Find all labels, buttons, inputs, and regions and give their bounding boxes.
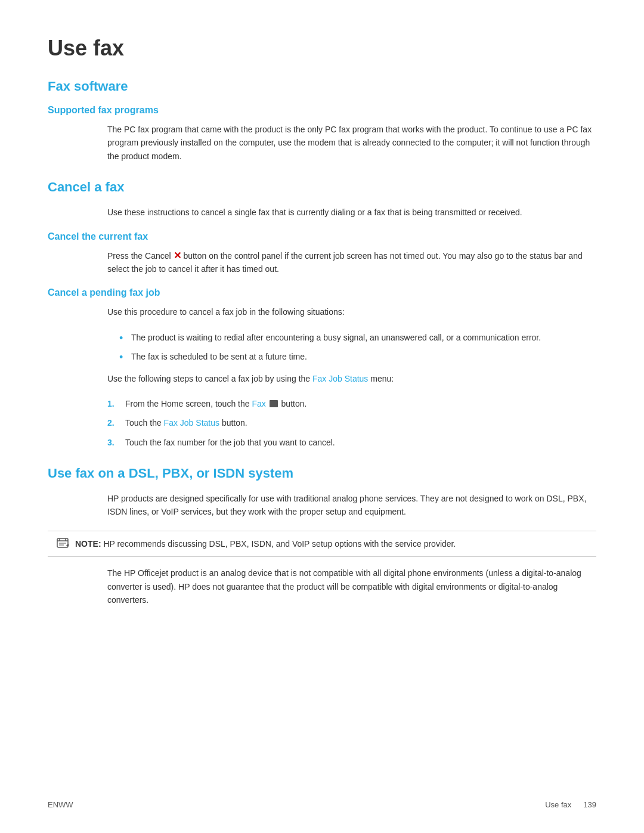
fax-link[interactable]: Fax	[252, 399, 265, 408]
page-title: Use fax	[48, 36, 596, 61]
step-3-text: Touch the fax number for the job that yo…	[125, 438, 335, 447]
step-3: 3. Touch the fax number for the job that…	[107, 436, 596, 449]
footer-left: ENWW	[48, 800, 73, 809]
dsl-pbx-intro: HP products are designed specifically fo…	[107, 492, 596, 519]
note-icon	[56, 537, 69, 550]
dsl-pbx-content2: The HP Officejet product is an analog de…	[107, 566, 596, 606]
page-footer: ENWW Use fax 139	[48, 800, 596, 809]
step-2-text-before: Touch the	[125, 418, 164, 428]
footer-section-label: Use fax	[545, 800, 571, 809]
step-1: 1. From the Home screen, touch the Fax b…	[107, 397, 596, 410]
step-1-text-before: From the Home screen, touch the	[125, 399, 252, 408]
steps-intro-text: Use the following steps to cancel a fax …	[107, 374, 312, 383]
step-2-text-after: button.	[219, 418, 247, 428]
bullet-item-2: The fax is scheduled to be sent at a fut…	[119, 350, 596, 363]
cancel-x-icon: ✕	[174, 251, 181, 261]
note-content: NOTE: HP recommends discussing DSL, PBX,…	[75, 537, 456, 550]
subsection-cancel-current-fax: Cancel the current fax Press the Cancel …	[48, 231, 596, 276]
bullet-item-1: The product is waiting to redial after e…	[119, 331, 596, 344]
fax-job-status-link-2[interactable]: Fax Job Status	[164, 418, 219, 428]
step-2: 2. Touch the Fax Job Status button.	[107, 416, 596, 429]
svg-marker-6	[66, 544, 69, 547]
subsection-title-supported-fax-programs: Supported fax programs	[48, 105, 596, 116]
cancel-current-fax-text-before: Press the Cancel	[107, 251, 174, 261]
fax-job-status-link-1[interactable]: Fax Job Status	[312, 374, 368, 383]
section-cancel-fax: Cancel a fax Use these instructions to c…	[48, 179, 596, 449]
note-box: NOTE: HP recommends discussing DSL, PBX,…	[48, 531, 596, 557]
step-num-2: 2.	[107, 416, 114, 429]
section-title-fax-software: Fax software	[48, 79, 596, 94]
supported-fax-programs-content: The PC fax program that came with the pr…	[107, 123, 596, 163]
section-fax-software: Fax software Supported fax programs The …	[48, 79, 596, 163]
step-1-text-after: button.	[281, 399, 307, 408]
subsection-title-cancel-pending-fax: Cancel a pending fax job	[48, 287, 596, 298]
step-num-1: 1.	[107, 397, 114, 410]
note-label: NOTE:	[75, 539, 101, 549]
subsection-cancel-pending-fax: Cancel a pending fax job Use this proced…	[48, 287, 596, 449]
subsection-title-cancel-current-fax: Cancel the current fax	[48, 231, 596, 242]
cancel-pending-fax-intro: Use this procedure to cancel a fax job i…	[107, 305, 596, 318]
subsection-supported-fax-programs: Supported fax programs The PC fax progra…	[48, 105, 596, 163]
note-body: HP recommends discussing DSL, PBX, ISDN,…	[103, 539, 456, 549]
cancel-pending-fax-bullets: The product is waiting to redial after e…	[119, 331, 596, 364]
cancel-steps-list: 1. From the Home screen, touch the Fax b…	[107, 397, 596, 449]
section-title-dsl-pbx-isdn: Use fax on a DSL, PBX, or ISDN system	[48, 466, 596, 481]
page-content: Use fax Fax software Supported fax progr…	[0, 0, 644, 671]
steps-intro: Use the following steps to cancel a fax …	[107, 372, 596, 385]
footer-right: Use fax 139	[545, 800, 596, 809]
steps-intro-menu: menu:	[368, 374, 394, 383]
section-title-cancel-fax: Cancel a fax	[48, 179, 596, 195]
section-dsl-pbx-isdn: Use fax on a DSL, PBX, or ISDN system HP…	[48, 466, 596, 606]
cancel-fax-intro: Use these instructions to cancel a singl…	[107, 206, 596, 219]
fax-button-icon	[270, 400, 278, 407]
step-num-3: 3.	[107, 436, 114, 449]
footer-page-number: 139	[583, 800, 596, 809]
cancel-current-fax-content: Press the Cancel ✕ button on the control…	[107, 249, 596, 276]
